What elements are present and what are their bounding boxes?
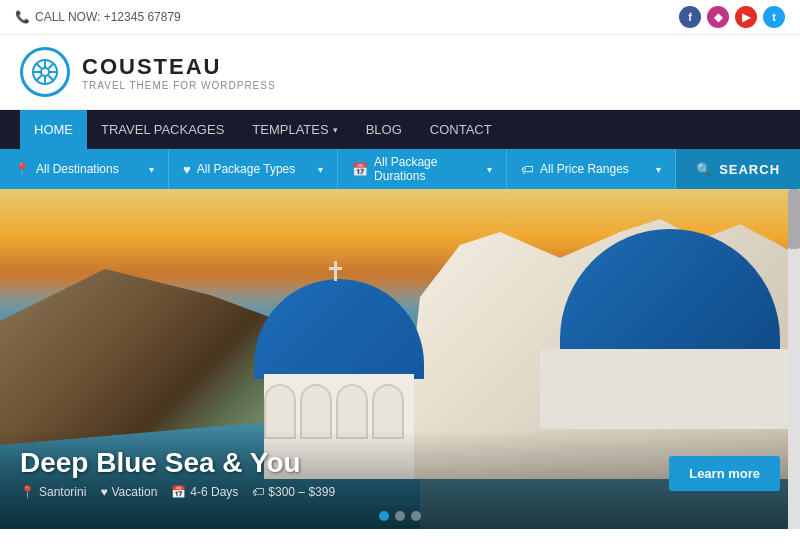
right-dome-cap bbox=[560, 229, 780, 369]
instagram-icon[interactable]: ◆ bbox=[707, 6, 729, 28]
filter-prices[interactable]: 🏷 All Price Ranges ▾ bbox=[507, 149, 676, 189]
duration-icon-hero: 📅 bbox=[171, 485, 186, 499]
hero-location: 📍 Santorini bbox=[20, 485, 86, 499]
svg-line-7 bbox=[49, 76, 54, 81]
dot-3[interactable] bbox=[411, 511, 421, 521]
nav-templates-label: TEMPLATES bbox=[252, 122, 328, 137]
logo-subtitle: TRAVEL THEME FOR WORDPRESS bbox=[82, 80, 276, 91]
nav-blog[interactable]: BLOG bbox=[352, 110, 416, 149]
search-label: SEARCH bbox=[719, 162, 780, 177]
svg-line-6 bbox=[36, 63, 41, 68]
filter-packages-label: All Package Types bbox=[197, 162, 296, 176]
hero-title: Deep Blue Sea & You bbox=[20, 447, 335, 479]
hero-section: Deep Blue Sea & You 📍 Santorini ♥ Vacati… bbox=[0, 189, 800, 529]
filter-durations-label: All Package Durations bbox=[374, 155, 481, 183]
filter-destinations-label: All Destinations bbox=[36, 162, 119, 176]
scrollbar-thumb bbox=[788, 189, 800, 249]
hero-type-text: Vacation bbox=[112, 485, 158, 499]
top-bar: 📞 CALL NOW: +12345 67879 f ◆ ▶ t bbox=[0, 0, 800, 35]
nav-travel-packages[interactable]: TRAVEL PACKAGES bbox=[87, 110, 238, 149]
right-dome-container bbox=[540, 229, 790, 429]
svg-line-9 bbox=[36, 76, 41, 81]
logo-text: COUSTEAU TRAVEL THEME FOR WORDPRESS bbox=[82, 54, 276, 91]
nav-templates-arrow: ▾ bbox=[333, 125, 338, 135]
filter-durations[interactable]: 📅 All Package Durations ▾ bbox=[338, 149, 507, 189]
price-icon-hero: 🏷 bbox=[252, 485, 264, 499]
filter-prices-arrow: ▾ bbox=[656, 164, 661, 175]
social-icons-group: f ◆ ▶ t bbox=[679, 6, 785, 28]
hero-scrollbar[interactable] bbox=[788, 189, 800, 529]
filter-prices-label: All Price Ranges bbox=[540, 162, 629, 176]
nav-bar: HOME TRAVEL PACKAGES TEMPLATES ▾ BLOG CO… bbox=[0, 110, 800, 149]
carousel-dots bbox=[379, 511, 421, 521]
learn-more-button[interactable]: Learn more bbox=[669, 456, 780, 491]
logo-icon bbox=[20, 47, 70, 97]
svg-point-0 bbox=[41, 68, 49, 76]
hero-meta: 📍 Santorini ♥ Vacation 📅 4-6 Days 🏷 $300… bbox=[20, 485, 335, 499]
ship-wheel-icon bbox=[30, 57, 60, 87]
filter-destinations[interactable]: 📍 All Destinations ▾ bbox=[0, 149, 169, 189]
nav-templates[interactable]: TEMPLATES ▾ bbox=[238, 110, 351, 149]
search-icon: 🔍 bbox=[696, 162, 713, 177]
right-dome-base bbox=[540, 349, 790, 429]
price-icon: 🏷 bbox=[521, 162, 534, 177]
filter-packages-arrow: ▾ bbox=[318, 164, 323, 175]
main-dome-cap bbox=[254, 279, 424, 379]
hero-price: 🏷 $300 – $399 bbox=[252, 485, 335, 499]
logo-title: COUSTEAU bbox=[82, 54, 276, 80]
nav-home[interactable]: HOME bbox=[20, 110, 87, 149]
search-button[interactable]: 🔍 SEARCH bbox=[676, 149, 800, 189]
facebook-icon[interactable]: f bbox=[679, 6, 701, 28]
filter-packages[interactable]: ♥ All Package Types ▾ bbox=[169, 149, 338, 189]
location-icon: 📍 bbox=[20, 485, 35, 499]
hero-duration: 📅 4-6 Days bbox=[171, 485, 238, 499]
hero-location-text: Santorini bbox=[39, 485, 86, 499]
destination-icon: 📍 bbox=[14, 162, 30, 177]
filter-destinations-arrow: ▾ bbox=[149, 164, 154, 175]
dot-1[interactable] bbox=[379, 511, 389, 521]
package-icon: ♥ bbox=[183, 162, 191, 177]
phone-number: CALL NOW: +12345 67879 bbox=[35, 10, 181, 24]
filter-durations-arrow: ▾ bbox=[487, 164, 492, 175]
type-icon: ♥ bbox=[100, 485, 107, 499]
hero-duration-text: 4-6 Days bbox=[190, 485, 238, 499]
logo-bar: COUSTEAU TRAVEL THEME FOR WORDPRESS bbox=[0, 35, 800, 110]
filter-bar: 📍 All Destinations ▾ ♥ All Package Types… bbox=[0, 149, 800, 189]
hero-type: ♥ Vacation bbox=[100, 485, 157, 499]
dot-2[interactable] bbox=[395, 511, 405, 521]
nav-contact[interactable]: CONTACT bbox=[416, 110, 506, 149]
youtube-icon[interactable]: ▶ bbox=[735, 6, 757, 28]
hero-price-text: $300 – $399 bbox=[268, 485, 335, 499]
duration-icon: 📅 bbox=[352, 162, 368, 177]
svg-line-8 bbox=[49, 63, 54, 68]
cross-vertical bbox=[334, 261, 337, 281]
cross-horizontal bbox=[329, 267, 342, 270]
hero-caption: Deep Blue Sea & You 📍 Santorini ♥ Vacati… bbox=[20, 447, 335, 499]
phone-icon: 📞 bbox=[15, 10, 30, 24]
twitter-icon[interactable]: t bbox=[763, 6, 785, 28]
phone-bar: 📞 CALL NOW: +12345 67879 bbox=[15, 10, 181, 24]
